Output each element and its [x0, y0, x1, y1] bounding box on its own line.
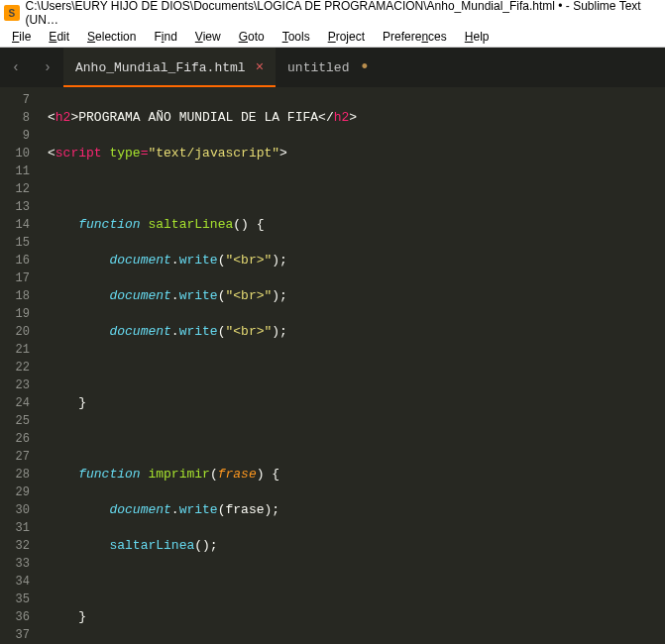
tab-label: Anho_Mundial_Fifa.html	[75, 60, 246, 75]
editor-area[interactable]: 7891011121314151617181920212223242526272…	[0, 87, 665, 644]
line-gutter: 7891011121314151617181920212223242526272…	[0, 87, 40, 644]
window-titlebar: S C:\Users\EURY HIJO DE DIOS\Documents\L…	[0, 0, 665, 26]
menu-view[interactable]: View	[187, 28, 229, 46]
nav-forward-button[interactable]: ›	[32, 48, 63, 87]
code-content[interactable]: <h2>PROGRAMA AÑO MUNDIAL DE LA FIFA</h2>…	[40, 87, 665, 644]
menu-tools[interactable]: Tools	[275, 28, 318, 46]
app-icon: S	[4, 5, 20, 21]
menu-help[interactable]: Help	[457, 28, 498, 46]
menu-preferences[interactable]: Preferences	[375, 28, 455, 46]
menu-goto[interactable]: Goto	[231, 28, 273, 46]
nav-back-button[interactable]: ‹	[0, 48, 32, 87]
menu-bar: File Edit Selection Find View Goto Tools…	[0, 26, 665, 48]
menu-project[interactable]: Project	[320, 28, 373, 46]
menu-find[interactable]: Find	[146, 28, 184, 46]
menu-selection[interactable]: Selection	[79, 28, 144, 46]
menu-edit[interactable]: Edit	[41, 28, 77, 46]
tab-untitled[interactable]: untitled •	[276, 48, 382, 87]
close-icon[interactable]: ×	[256, 59, 264, 75]
tab-label: untitled	[287, 60, 349, 75]
menu-file[interactable]: File	[4, 28, 39, 46]
tab-active[interactable]: Anho_Mundial_Fifa.html ×	[63, 48, 276, 87]
window-title: C:\Users\EURY HIJO DE DIOS\Documents\LOG…	[26, 0, 661, 27]
tab-bar: ‹ › Anho_Mundial_Fifa.html × untitled •	[0, 48, 665, 87]
